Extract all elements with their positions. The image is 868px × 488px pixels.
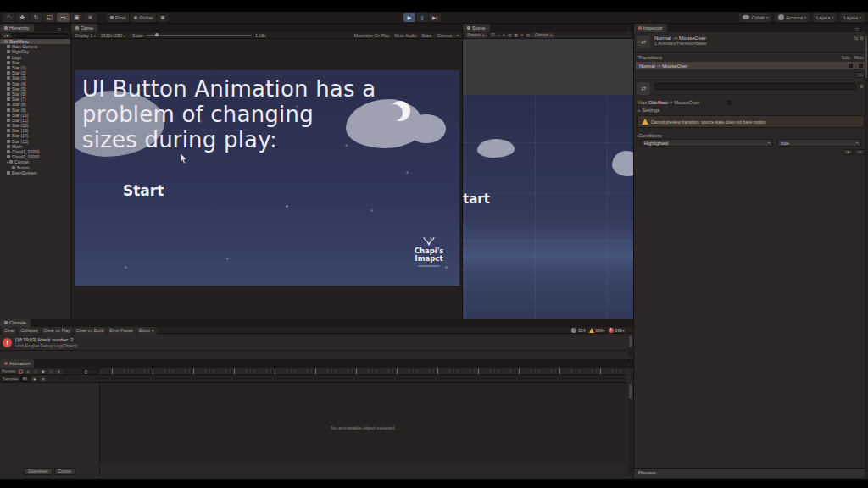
scale-tool[interactable]: ◱ <box>43 13 56 22</box>
rotate-tool[interactable]: ↻ <box>30 13 42 22</box>
hierarchy-search-input[interactable]: ⌕ <box>12 33 69 38</box>
settings-foldout[interactable]: Settings <box>642 108 659 113</box>
curves-tab-button[interactable]: Curves <box>54 468 75 475</box>
transform-tool[interactable]: ▣ <box>70 13 83 22</box>
game-button-maximize-on-play[interactable]: Maximize On Play <box>354 33 390 38</box>
play-button[interactable]: ▶ <box>403 13 415 22</box>
gameobject-icon <box>7 92 10 96</box>
step-button[interactable]: ▶| <box>429 13 441 22</box>
tab-hierarchy[interactable]: Hierarchy <box>0 24 34 32</box>
tab-inspector[interactable]: Inspector <box>634 24 667 32</box>
tab-scene[interactable]: Scene <box>463 24 490 32</box>
console-log-entry[interactable]: ! [18:39:03] Attack number: 2 UnityEngin… <box>0 335 626 351</box>
add-condition-button[interactable]: + <box>843 149 853 155</box>
gear-icon[interactable]: ⚙ <box>860 36 864 41</box>
scale-slider[interactable] <box>147 35 252 36</box>
create-object-button[interactable]: +▾ <box>2 33 10 38</box>
tab-game[interactable]: Game <box>71 24 97 32</box>
has-exit-time-checkbox[interactable] <box>727 101 732 105</box>
expander-arrow-icon[interactable]: ▾ <box>7 160 8 164</box>
game-button-gizmos[interactable]: Gizmos <box>437 33 452 38</box>
mute-checkbox[interactable] <box>859 64 863 68</box>
condition-value-dropdown[interactable]: true▾ <box>777 139 861 147</box>
console-button-editor-[interactable]: Editor ▾ <box>136 327 157 334</box>
panel-menu-icon[interactable]: ⋮ <box>626 363 631 368</box>
last-frame-button[interactable]: » <box>55 369 62 374</box>
hidden-objects-icon[interactable]: ▥ <box>508 33 511 37</box>
record-button[interactable] <box>17 369 24 374</box>
2d-toggle[interactable]: 2D <box>491 33 496 37</box>
gear-icon[interactable]: ⚙ <box>860 84 864 89</box>
scene-start-text: tart <box>463 191 490 207</box>
solo-checkbox[interactable] <box>849 64 853 68</box>
play-controls: ▶||▶| <box>403 13 441 22</box>
console-button-clear[interactable]: Clear <box>2 327 17 334</box>
account-menu[interactable]: Account▾ <box>775 13 810 22</box>
audio-toggle-icon[interactable]: ♪ <box>498 33 499 37</box>
play-animation-button[interactable]: ▶ <box>40 369 47 374</box>
condition-parameter-dropdown[interactable]: Highlighted▾ <box>641 139 773 147</box>
add-event-button[interactable]: ≡ <box>40 376 47 382</box>
tab-animation[interactable]: Animation <box>0 359 34 368</box>
inspector-scrollbar[interactable] <box>865 32 868 479</box>
tab-console[interactable]: Console <box>0 319 31 327</box>
start-button[interactable]: Start <box>123 182 164 199</box>
camera-settings-icon[interactable]: ▤ <box>526 33 530 37</box>
global-toggle[interactable]: Global <box>131 13 156 22</box>
grid-toggle-icon[interactable]: ▦ <box>515 33 518 37</box>
scene-viewport[interactable]: tart <box>463 39 633 319</box>
foldout-arrow-icon[interactable]: ▸ <box>638 108 640 113</box>
add-keyframe-button[interactable]: ◆ <box>31 376 38 382</box>
rect-tool[interactable]: ▭ <box>57 13 70 22</box>
first-frame-button[interactable]: « <box>25 369 31 374</box>
gizmos-dropdown[interactable]: Gizmos▾ <box>532 33 554 38</box>
tool-settings-icon[interactable]: ✕ <box>520 33 524 37</box>
hierarchy-item-eventsystem[interactable]: EventSystem <box>0 170 70 175</box>
lock-icon[interactable]: ⊡ <box>855 27 859 32</box>
current-frame-field[interactable]: 0 <box>82 369 98 374</box>
pause-button[interactable]: || <box>416 13 428 22</box>
console-button-clear-on-build[interactable]: Clear on Build <box>74 327 107 334</box>
warnings-badge[interactable]: 999+ <box>589 328 605 333</box>
animation-scrollbar[interactable] <box>628 383 632 476</box>
console-button-clear-on-play[interactable]: Clear on Play <box>42 327 73 334</box>
timeline-ruler[interactable] <box>100 368 626 375</box>
expander-arrow-icon[interactable]: ▾ <box>2 40 3 44</box>
prev-key-button[interactable]: ‹ <box>32 369 39 374</box>
dopesheet-area[interactable]: No animatable object selected. <box>100 383 626 464</box>
dopesheet-tab-button[interactable]: Dopesheet <box>24 468 52 475</box>
errors-badge[interactable]: !999+ <box>609 328 625 333</box>
asset-pin-icon[interactable]: ⇆ <box>854 36 859 41</box>
display-dropdown[interactable]: Display 1 ▾ <box>75 33 96 38</box>
shading-mode-dropdown[interactable]: Shaded▾ <box>465 33 487 38</box>
collab-menu[interactable]: Collab▾ <box>739 13 771 22</box>
snap-toggle[interactable] <box>158 13 168 22</box>
game-button-mute-audio[interactable]: Mute Audio <box>395 33 417 38</box>
console-button-collapse[interactable]: Collapse <box>18 327 40 334</box>
remove-condition-button[interactable]: − <box>855 149 865 155</box>
scale-slider-knob[interactable] <box>155 33 159 36</box>
custom-tool[interactable]: ✕ <box>84 13 97 22</box>
console-scrollbar[interactable] <box>628 335 632 358</box>
remove-transition-button[interactable]: − <box>855 72 865 78</box>
console-button-error-pause[interactable]: Error Pause <box>107 327 136 334</box>
preview-bar[interactable]: Preview <box>634 468 868 477</box>
layers-menu[interactable]: Layers▾ <box>813 13 837 22</box>
pivot-toggle[interactable]: Pivot <box>107 13 129 22</box>
conditions-label: Conditions <box>638 133 661 138</box>
gameobject-icon <box>7 103 10 106</box>
timeline-major-tick <box>153 368 153 374</box>
hand-tool[interactable]: ◠ <box>3 13 15 22</box>
resolution-dropdown[interactable]: 1920x1080 ▾ <box>101 33 125 38</box>
transition-name-field[interactable] <box>654 83 856 90</box>
game-button-stats[interactable]: Stats <box>422 33 432 38</box>
next-key-button[interactable]: › <box>47 369 54 374</box>
preview-toggle[interactable]: Preview <box>2 369 15 374</box>
move-tool[interactable]: ✚ <box>16 13 29 22</box>
effects-toggle-icon[interactable]: ✦ <box>503 33 506 37</box>
hierarchy-item-label: Star (15) <box>12 139 28 144</box>
transition-list-item[interactable]: Normal -> MouseOver <box>636 62 866 69</box>
samples-field[interactable]: 60 <box>20 376 30 382</box>
messages-badge[interactable]: !324 <box>571 328 585 333</box>
layout-menu[interactable]: Layout▾ <box>840 13 865 22</box>
